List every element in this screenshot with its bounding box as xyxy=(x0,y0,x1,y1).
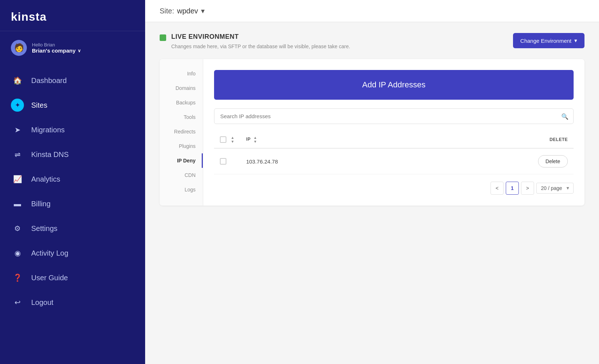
per-page-selector: 10 / page 20 / page 50 / page ▼ xyxy=(536,183,574,194)
site-label: Site: xyxy=(160,7,174,15)
greeting-text: Hello Brian xyxy=(32,42,134,47)
logo-text: kinsta xyxy=(11,10,134,24)
content-area: LIVE ENVIRONMENT Changes made here, via … xyxy=(145,22,599,364)
sidebar-item-user-guide[interactable]: ❓ User Guide xyxy=(0,265,145,290)
sidebar-item-label: Sites xyxy=(31,101,47,109)
table-row: 103.76.24.78 Delete xyxy=(214,148,574,174)
user-profile[interactable]: 🧑 Hello Brian Brian's company ∨ xyxy=(0,31,145,65)
per-page-select[interactable]: 10 / page 20 / page 50 / page xyxy=(536,183,574,194)
sidebar-item-settings[interactable]: ⚙ Settings xyxy=(0,216,145,241)
search-ip-input[interactable] xyxy=(214,108,574,124)
sidebar-item-dashboard[interactable]: 🏠 Dashboard xyxy=(0,68,145,93)
col-delete-header: DELETE xyxy=(313,131,574,148)
avatar: 🧑 xyxy=(11,40,27,56)
sidebar-item-logout[interactable]: ↩ Logout xyxy=(0,290,145,315)
sites-icon: ✦ xyxy=(11,99,24,112)
sub-nav-backups[interactable]: Backups xyxy=(160,95,203,110)
site-selector[interactable]: Site: wpdev ▾ xyxy=(160,7,205,15)
page-header: Site: wpdev ▾ xyxy=(145,0,599,22)
current-page-button[interactable]: 1 xyxy=(506,182,519,195)
company-name: Brian's company ∨ xyxy=(32,47,134,54)
sidebar-item-analytics[interactable]: 📈 Analytics xyxy=(0,167,145,191)
activity-log-icon: ◉ xyxy=(11,247,24,260)
sidebar: kinsta 🧑 Hello Brian Brian's company ∨ 🏠… xyxy=(0,0,145,364)
analytics-icon: 📈 xyxy=(11,173,24,186)
settings-icon: ⚙ xyxy=(11,222,24,235)
logout-icon: ↩ xyxy=(11,296,24,309)
pagination: < 1 > 10 / page 20 / page 50 / page ▼ xyxy=(214,182,574,195)
sidebar-item-migrations[interactable]: ➤ Migrations xyxy=(0,117,145,142)
sort-icon[interactable]: ▲▼ xyxy=(231,136,234,144)
main-content: Site: wpdev ▾ LIVE ENVIRONMENT Changes m… xyxy=(145,0,599,364)
col-ip-header: IP ▲▼ xyxy=(240,131,313,148)
sidebar-item-label: Billing xyxy=(31,200,50,208)
env-info: LIVE ENVIRONMENT Changes made here, via … xyxy=(160,33,350,50)
ip-table: ▲▼ IP ▲▼ DELETE 1 xyxy=(214,131,574,174)
ip-sort-icon[interactable]: ▲▼ xyxy=(253,136,257,144)
row-checkbox-cell xyxy=(214,148,240,174)
col-checkbox: ▲▼ xyxy=(214,131,240,148)
ip-deny-panel: Add IP Addresses 🔍 ▲▼ xyxy=(203,59,584,206)
migrations-icon: ➤ xyxy=(11,123,24,136)
sidebar-item-sites[interactable]: ✦ Sites xyxy=(0,93,145,117)
site-name: wpdev xyxy=(177,7,198,15)
sidebar-item-label: Dashboard xyxy=(31,76,67,85)
sidebar-item-label: Settings xyxy=(31,224,57,233)
sidebar-item-label: Activity Log xyxy=(31,249,68,257)
user-guide-icon: ❓ xyxy=(11,271,24,284)
env-text: LIVE ENVIRONMENT Changes made here, via … xyxy=(171,33,350,50)
change-env-chevron-icon: ▾ xyxy=(574,37,577,44)
sidebar-item-label: Migrations xyxy=(31,126,65,134)
billing-icon: ▬ xyxy=(11,197,24,210)
chevron-down-icon: ∨ xyxy=(78,48,81,53)
next-page-button[interactable]: > xyxy=(521,182,534,195)
sidebar-item-activity-log[interactable]: ◉ Activity Log xyxy=(0,241,145,265)
sub-navigation: Info Domains Backups Tools Redirects Plu… xyxy=(160,59,203,206)
env-description: Changes made here, via SFTP or the datab… xyxy=(171,43,350,50)
sidebar-item-label: Analytics xyxy=(31,175,60,183)
sidebar-item-label: Kinsta DNS xyxy=(31,150,69,159)
sidebar-item-billing[interactable]: ▬ Billing xyxy=(0,191,145,216)
table-body: 103.76.24.78 Delete xyxy=(214,148,574,174)
environment-banner: LIVE ENVIRONMENT Changes made here, via … xyxy=(160,33,584,50)
env-title: LIVE ENVIRONMENT xyxy=(171,33,350,41)
search-container: 🔍 xyxy=(214,108,574,124)
sidebar-item-label: User Guide xyxy=(31,274,68,282)
user-info: Hello Brian Brian's company ∨ xyxy=(32,42,134,54)
sidebar-item-label: Logout xyxy=(31,298,53,307)
home-icon: 🏠 xyxy=(11,74,24,87)
sub-nav-domains[interactable]: Domains xyxy=(160,81,203,95)
sidebar-logo: kinsta xyxy=(0,0,145,31)
prev-page-button[interactable]: < xyxy=(491,182,504,195)
sub-nav-info[interactable]: Info xyxy=(160,66,203,81)
sub-nav-logs[interactable]: Logs xyxy=(160,182,203,197)
site-chevron-icon: ▾ xyxy=(201,7,205,15)
dns-icon: ⇌ xyxy=(11,148,24,161)
sub-nav-tools[interactable]: Tools xyxy=(160,110,203,124)
row-delete-cell: Delete xyxy=(313,148,574,174)
change-environment-button[interactable]: Change Environment ▾ xyxy=(513,33,584,48)
row-ip: 103.76.24.78 xyxy=(240,148,313,174)
sub-nav-cdn[interactable]: CDN xyxy=(160,168,203,182)
table-header: ▲▼ IP ▲▼ DELETE xyxy=(214,131,574,148)
sidebar-item-kinsta-dns[interactable]: ⇌ Kinsta DNS xyxy=(0,142,145,167)
row-checkbox[interactable] xyxy=(220,158,226,165)
sub-nav-ip-deny[interactable]: IP Deny xyxy=(160,153,203,168)
sub-nav-plugins[interactable]: Plugins xyxy=(160,139,203,153)
env-indicator xyxy=(160,34,166,41)
main-nav: 🏠 Dashboard ✦ Sites ➤ Migrations ⇌ Kinst… xyxy=(0,65,145,357)
site-layout: Info Domains Backups Tools Redirects Plu… xyxy=(160,59,584,206)
delete-ip-button[interactable]: Delete xyxy=(538,155,568,167)
add-ip-addresses-button[interactable]: Add IP Addresses xyxy=(214,70,574,100)
select-all-checkbox[interactable] xyxy=(220,136,226,143)
search-icon: 🔍 xyxy=(561,113,569,120)
sub-nav-redirects[interactable]: Redirects xyxy=(160,124,203,139)
